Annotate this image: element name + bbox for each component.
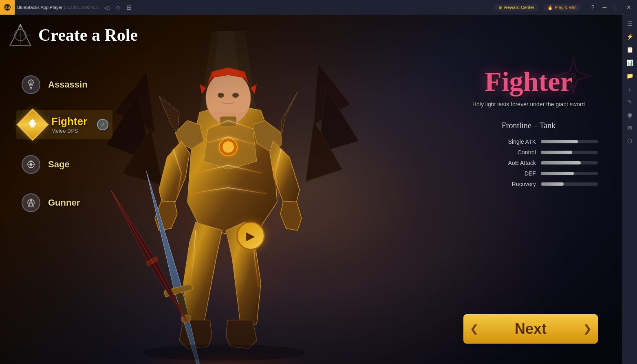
- svg-rect-15: [220, 116, 236, 127]
- stat-label: Single ATK: [499, 138, 536, 145]
- close-button[interactable]: ✕: [624, 3, 634, 11]
- stat-row: Control: [459, 149, 598, 156]
- page-title: Create a Role: [38, 25, 138, 45]
- window-controls: ? ─ □ ✕: [589, 3, 634, 11]
- play-win-button[interactable]: 🔥 Play & Win: [543, 4, 581, 11]
- svg-text:BS: BS: [4, 5, 10, 10]
- fighter-icon: [20, 112, 45, 137]
- fighter-subtitle: Melee DPS: [51, 128, 87, 134]
- nav-controls[interactable]: ◁ ⌂ ⊞: [102, 3, 134, 12]
- svg-point-41: [30, 202, 32, 204]
- stat-label: DEF: [499, 170, 536, 177]
- tabs-button[interactable]: ⊞: [124, 3, 134, 12]
- fighter-character: [73, 31, 399, 364]
- fighter-info: Fighter Melee DPS: [51, 115, 87, 134]
- gender-icon[interactable]: ♂: [97, 119, 108, 130]
- decor-ornament: [553, 55, 594, 98]
- stat-label: Control: [499, 149, 536, 156]
- edit-icon[interactable]: ✎: [624, 96, 635, 107]
- right-sidebar: ☰⚡📋📊📁↕✎◉✉⬡: [622, 15, 637, 364]
- stat-bar-container: [541, 161, 598, 164]
- help-button[interactable]: ?: [589, 3, 597, 11]
- app-version: 5.12.101.1002 N32: [64, 5, 99, 10]
- character-list: Assassin Fighter Melee DPS: [16, 72, 112, 216]
- list-item[interactable]: Gunner: [16, 190, 112, 216]
- fire-icon: 🔥: [547, 5, 553, 10]
- title-bar: BS BlueStacks App Player 5.12.101.1002 N…: [0, 0, 637, 15]
- stat-label: AoE Attack: [499, 160, 536, 166]
- minimize-button[interactable]: ─: [600, 3, 609, 11]
- folder-icon[interactable]: 📁: [624, 70, 635, 81]
- stat-bar: [541, 140, 578, 143]
- play-button[interactable]: ▶: [236, 221, 265, 250]
- svg-point-22: [143, 344, 306, 361]
- message-icon[interactable]: ✉: [624, 122, 635, 134]
- stat-bar-container: [541, 172, 598, 175]
- crown-icon: ♛: [498, 5, 503, 10]
- gunner-name: Gunner: [48, 197, 80, 208]
- svg-point-38: [30, 160, 32, 162]
- stat-bar: [541, 161, 581, 164]
- page-header: Create a Role: [8, 23, 138, 47]
- header-icon: [8, 23, 33, 47]
- play-win-label: Play & Win: [555, 5, 577, 10]
- list-icon[interactable]: 📋: [624, 44, 635, 55]
- stat-bar: [541, 172, 574, 175]
- role-title: Frontline – Tank: [459, 121, 598, 130]
- stat-bar: [541, 182, 564, 186]
- stat-bar-container: [541, 151, 598, 154]
- reward-center-button[interactable]: ♛ Reward Center: [494, 4, 538, 11]
- list-item[interactable]: Assassin: [16, 72, 112, 98]
- resize-icon[interactable]: ↕: [624, 83, 635, 94]
- game-area: Create a Role Assassin: [0, 15, 622, 364]
- stat-row: Single ATK: [459, 138, 598, 145]
- stats-container: Single ATK Control AoE Attack DEF Recove…: [459, 138, 598, 187]
- next-button[interactable]: Next: [463, 314, 598, 344]
- stat-bar-container: [541, 182, 598, 186]
- gunner-icon: [20, 192, 42, 213]
- svg-point-11: [223, 141, 234, 153]
- record-icon[interactable]: ◉: [624, 109, 635, 121]
- assassin-name: Assassin: [48, 79, 88, 90]
- stat-bar: [541, 151, 572, 154]
- stat-row: DEF: [459, 170, 598, 177]
- app-logo: BS: [0, 0, 15, 15]
- chart-icon[interactable]: 📊: [624, 57, 635, 68]
- list-item[interactable]: Sage: [16, 151, 112, 178]
- stat-label: Recovery: [499, 181, 536, 187]
- list-item[interactable]: Fighter Melee DPS ♂: [16, 110, 112, 139]
- restore-button[interactable]: □: [613, 3, 621, 11]
- home-button[interactable]: ⌂: [113, 3, 122, 12]
- menu-icon[interactable]: ☰: [624, 18, 635, 29]
- fighter-name: Fighter: [51, 115, 87, 128]
- hexagon-icon[interactable]: ⬡: [624, 135, 635, 147]
- info-panel: Fighter Holy light lasts forever under t…: [459, 68, 598, 187]
- stat-row: Recovery: [459, 181, 598, 187]
- svg-point-42: [571, 73, 576, 78]
- role-section: Frontline – Tank: [459, 121, 598, 130]
- stat-bar-container: [541, 140, 598, 143]
- sage-name: Sage: [48, 159, 70, 170]
- class-description: Holy light lasts forever under the giant…: [459, 100, 598, 109]
- app-name: BlueStacks App Player: [17, 5, 62, 10]
- back-button[interactable]: ◁: [102, 3, 112, 12]
- stat-row: AoE Attack: [459, 160, 598, 166]
- sage-icon: [20, 154, 42, 175]
- lightning-icon[interactable]: ⚡: [624, 31, 635, 42]
- assassin-icon: [20, 74, 42, 95]
- title-bar-right: ♛ Reward Center 🔥 Play & Win ? ─ □ ✕: [494, 3, 637, 11]
- reward-center-label: Reward Center: [504, 5, 534, 10]
